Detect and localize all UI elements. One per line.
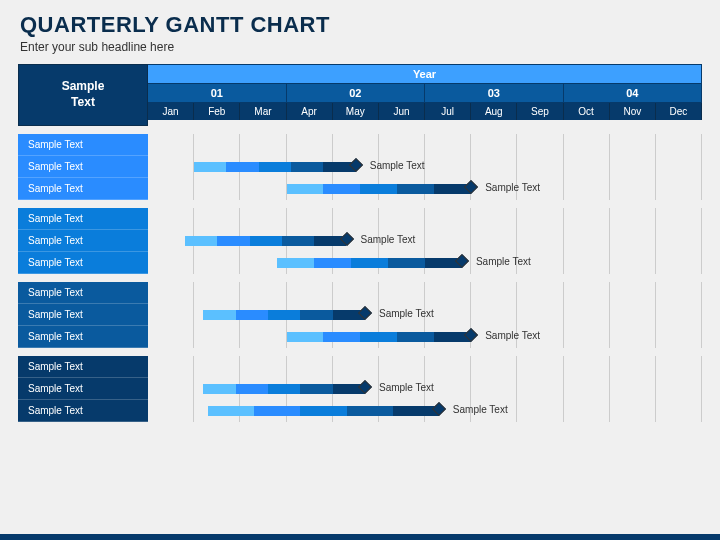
quarter-cell: 02	[287, 84, 426, 103]
bar-row: Sample Text	[148, 252, 702, 274]
quarter-cell: 03	[425, 84, 564, 103]
footer-bar	[0, 534, 720, 540]
month-cell: Jul	[425, 103, 471, 120]
gantt-bar	[208, 406, 439, 416]
row-label: Sample Text	[18, 304, 148, 326]
group-labels: Sample TextSample TextSample Text	[18, 282, 148, 348]
corner-label: Sample Text	[18, 64, 148, 126]
page-title: QUARTERLY GANTT CHART	[0, 0, 720, 40]
row-label: Sample Text	[18, 156, 148, 178]
row-label: Sample Text	[18, 208, 148, 230]
quarter-cell: 01	[148, 84, 287, 103]
month-cell: Feb	[194, 103, 240, 120]
month-cell: Dec	[656, 103, 702, 120]
bar-row: Sample Text	[148, 378, 702, 400]
header-months: Jan Feb Mar Apr May Jun Jul Aug Sep Oct …	[148, 103, 702, 120]
gantt-bar	[287, 332, 472, 342]
month-cell: Jan	[148, 103, 194, 120]
month-cell: Nov	[610, 103, 656, 120]
left-column: Sample Text	[18, 64, 148, 126]
row-label: Sample Text	[18, 356, 148, 378]
month-cell: Aug	[471, 103, 517, 120]
page-subtitle: Enter your sub headline here	[0, 40, 720, 64]
bar-row: Sample Text	[148, 178, 702, 200]
page: QUARTERLY GANTT CHART Enter your sub hea…	[0, 0, 720, 540]
month-cell: Sep	[517, 103, 563, 120]
chart-area: Sample Text Year 01 02 03 04 Jan Feb Mar…	[0, 64, 720, 126]
bar-label: Sample Text	[379, 382, 434, 393]
task-group: Sample TextSample TextSample TextSample …	[18, 208, 702, 274]
bar-row	[148, 134, 702, 156]
bar-row: Sample Text	[148, 230, 702, 252]
header-year: Year	[148, 64, 702, 84]
row-label: Sample Text	[18, 400, 148, 422]
group-bars: Sample TextSample Text	[148, 134, 702, 200]
month-cell: May	[333, 103, 379, 120]
bar-row: Sample Text	[148, 400, 702, 422]
row-label: Sample Text	[18, 178, 148, 200]
gantt-bar	[203, 310, 365, 320]
bar-label: Sample Text	[485, 330, 540, 341]
gantt-bar	[185, 236, 347, 246]
row-label: Sample Text	[18, 252, 148, 274]
month-cell: Apr	[287, 103, 333, 120]
group-bars: Sample TextSample Text	[148, 356, 702, 422]
bar-label: Sample Text	[453, 404, 508, 415]
row-label: Sample Text	[18, 134, 148, 156]
group-labels: Sample TextSample TextSample Text	[18, 356, 148, 422]
bar-label: Sample Text	[379, 308, 434, 319]
bar-label: Sample Text	[485, 182, 540, 193]
group-bars: Sample TextSample Text	[148, 282, 702, 348]
month-cell: Mar	[240, 103, 286, 120]
bar-row	[148, 208, 702, 230]
bar-label: Sample Text	[361, 234, 416, 245]
bar-row: Sample Text	[148, 156, 702, 178]
task-group: Sample TextSample TextSample TextSample …	[18, 282, 702, 348]
bar-row: Sample Text	[148, 326, 702, 348]
row-label: Sample Text	[18, 282, 148, 304]
bar-label: Sample Text	[476, 256, 531, 267]
quarter-cell: 04	[564, 84, 703, 103]
group-bars: Sample TextSample Text	[148, 208, 702, 274]
bar-label: Sample Text	[370, 160, 425, 171]
task-group: Sample TextSample TextSample TextSample …	[18, 134, 702, 200]
right-column: Year 01 02 03 04 Jan Feb Mar Apr May Jun…	[148, 64, 702, 126]
group-labels: Sample TextSample TextSample Text	[18, 134, 148, 200]
group-labels: Sample TextSample TextSample Text	[18, 208, 148, 274]
gantt-bar	[194, 162, 356, 172]
groups-container: Sample TextSample TextSample TextSample …	[0, 134, 720, 422]
month-cell: Jun	[379, 103, 425, 120]
month-cell: Oct	[564, 103, 610, 120]
header-quarters: 01 02 03 04	[148, 84, 702, 103]
bar-row	[148, 282, 702, 304]
row-label: Sample Text	[18, 230, 148, 252]
gantt-bar	[287, 184, 472, 194]
bar-row	[148, 356, 702, 378]
row-label: Sample Text	[18, 326, 148, 348]
bar-row: Sample Text	[148, 304, 702, 326]
row-label: Sample Text	[18, 378, 148, 400]
gantt-bar	[203, 384, 365, 394]
task-group: Sample TextSample TextSample TextSample …	[18, 356, 702, 422]
gantt-bar	[277, 258, 462, 268]
